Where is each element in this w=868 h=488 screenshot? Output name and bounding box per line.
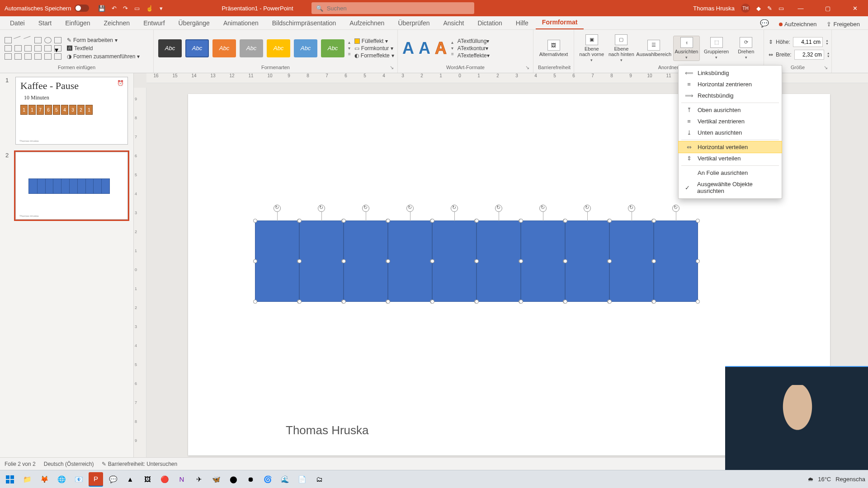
resize-handle[interactable] <box>430 300 434 304</box>
taskbar-app-icon[interactable]: 🖼 <box>140 472 155 487</box>
search-input[interactable] <box>327 5 470 12</box>
thumbnail-2[interactable]: 2 Thomas Hruska <box>5 152 128 220</box>
wordart-launcher-icon[interactable]: ↘ <box>525 65 529 70</box>
taskbar-app-icon[interactable]: 💬 <box>106 472 120 487</box>
search-box[interactable]: 🔍 <box>311 2 474 14</box>
rotate-button[interactable]: ⟳Drehen▾ <box>733 37 759 60</box>
align-selected-objects[interactable]: Ausgewählte Objekte ausrichten <box>679 178 782 197</box>
resize-handle[interactable] <box>696 300 700 304</box>
rotate-handle-icon[interactable] <box>274 205 281 212</box>
distribute-vertical[interactable]: ⇕Vertikal verteilen <box>679 153 782 164</box>
weather-temp[interactable]: 16°C <box>818 476 831 483</box>
undo-icon[interactable]: ↶ <box>112 5 117 12</box>
shape-styles-launcher-icon[interactable]: ↘ <box>390 65 394 70</box>
ribbon-options-icon[interactable]: ▭ <box>778 5 784 12</box>
taskbar-outlook-icon[interactable]: 📧 <box>71 472 86 487</box>
selection-pane-button[interactable]: ☰Auswahlbereich <box>638 40 670 57</box>
selected-rectangle[interactable] <box>654 221 698 302</box>
taskbar-app-icon[interactable]: ⏺ <box>243 472 258 487</box>
resize-handle[interactable] <box>297 259 302 263</box>
tab-formformat[interactable]: Formformat <box>536 16 584 29</box>
group-button[interactable]: ⬚Gruppieren▾ <box>703 37 730 60</box>
accessibility-status[interactable]: ✎ Barrierefreiheit: Untersuchen <box>102 461 177 467</box>
tab-start[interactable]: Start <box>32 17 58 29</box>
selected-rectangle[interactable] <box>344 221 388 302</box>
minimize-button[interactable]: — <box>790 0 811 16</box>
tab-uebergaenge[interactable]: Übergänge <box>172 17 216 29</box>
edit-shape-button[interactable]: ✎Form bearbeiten▾ <box>65 37 142 44</box>
selected-rectangle[interactable] <box>388 221 432 302</box>
resize-handle[interactable] <box>608 259 612 263</box>
resize-handle[interactable] <box>253 219 257 223</box>
selected-rectangle[interactable] <box>476 221 521 302</box>
resize-handle[interactable] <box>563 259 567 263</box>
share-button[interactable]: ⇪Freigeben <box>822 19 864 29</box>
wordart-preset-1[interactable]: A <box>402 39 414 58</box>
merge-shapes-button[interactable]: ◑Formen zusammenführen▾ <box>65 53 142 60</box>
resize-handle[interactable] <box>519 259 523 263</box>
taskbar-chrome-icon[interactable]: 🌐 <box>54 472 69 487</box>
rotate-handle-icon[interactable] <box>584 205 591 212</box>
selected-rectangle[interactable] <box>432 221 476 302</box>
rotate-handle-icon[interactable] <box>451 205 458 212</box>
rotate-handle-icon[interactable] <box>406 205 414 212</box>
rotate-handle-icon[interactable] <box>672 205 679 212</box>
style-preset-5[interactable]: Abc <box>267 39 290 57</box>
align-bottom[interactable]: ⤓Unten ausrichten <box>679 127 782 138</box>
drawing-icon[interactable]: ✎ <box>767 5 772 12</box>
weather-icon[interactable]: 🌧 <box>807 476 813 483</box>
taskbar-firefox-icon[interactable]: 🦊 <box>37 472 52 487</box>
touch-mode-icon[interactable]: ☝ <box>146 5 153 12</box>
resize-handle[interactable] <box>253 300 257 304</box>
resize-handle[interactable] <box>342 219 346 223</box>
selected-rectangle[interactable] <box>521 221 565 302</box>
resize-handle[interactable] <box>563 300 567 304</box>
resize-handle[interactable] <box>430 259 434 263</box>
align-top[interactable]: ⤒Oben ausrichten <box>679 104 782 116</box>
resize-handle[interactable] <box>342 300 346 304</box>
width-input[interactable] <box>794 50 824 60</box>
resize-handle[interactable] <box>430 219 434 223</box>
style-preset-7[interactable]: Abc <box>321 39 344 57</box>
send-backward-button[interactable]: ▢Ebene nach hinten▾ <box>609 34 635 62</box>
taskbar-powerpoint-icon[interactable]: P <box>89 472 103 487</box>
shapes-gallery[interactable]: ▾ <box>5 37 61 60</box>
resize-handle[interactable] <box>519 300 523 304</box>
gallery-up-icon[interactable]: ▴ <box>348 40 351 45</box>
comments-icon[interactable]: 💬 <box>755 17 774 29</box>
resize-handle[interactable] <box>386 300 390 304</box>
tab-datei[interactable]: Datei <box>4 17 31 29</box>
resize-handle[interactable] <box>475 219 479 223</box>
slide-counter[interactable]: Folie 2 von 2 <box>5 461 36 467</box>
taskbar-app-icon[interactable]: ▲ <box>123 472 137 487</box>
autosave-toggle[interactable]: Automatisches Speichern <box>0 5 94 12</box>
resize-handle[interactable] <box>652 259 656 263</box>
tab-ansicht[interactable]: Ansicht <box>437 17 470 29</box>
save-icon[interactable]: 💾 <box>98 5 105 12</box>
style-preset-4[interactable]: Abc <box>240 39 263 57</box>
tab-entwurf[interactable]: Entwurf <box>137 17 171 29</box>
align-hcenter[interactable]: ≡Horizontal zentrieren <box>679 79 782 90</box>
rotate-handle-icon[interactable] <box>628 205 635 212</box>
resize-handle[interactable] <box>652 219 656 223</box>
resize-handle[interactable] <box>342 259 346 263</box>
style-preset-3[interactable]: Abc <box>212 39 236 57</box>
redo-icon[interactable]: ↷ <box>123 5 128 12</box>
shape-effects-button[interactable]: ◐Formeffekte▾ <box>354 52 394 59</box>
taskbar-explorer-icon[interactable]: 📁 <box>20 472 34 487</box>
rotate-handle-icon[interactable] <box>362 205 369 212</box>
distribute-horizontal[interactable]: ⇔Horizontal verteilen <box>679 141 782 153</box>
bring-forward-button[interactable]: ▣Ebene nach vorne▾ <box>579 34 605 62</box>
resize-handle[interactable] <box>386 259 390 263</box>
taskbar-edge-icon[interactable]: 🌊 <box>278 472 292 487</box>
qat-more-icon[interactable]: ▾ <box>160 5 163 12</box>
tab-zeichnen[interactable]: Zeichnen <box>98 17 137 29</box>
resize-handle[interactable] <box>519 219 523 223</box>
align-right[interactable]: ⟹Rechtsbündig <box>679 90 782 101</box>
gallery-down-icon[interactable]: ▾ <box>348 46 351 51</box>
resize-handle[interactable] <box>608 300 612 304</box>
resize-handle[interactable] <box>696 219 700 223</box>
size-launcher-icon[interactable]: ↘ <box>824 65 828 70</box>
taskbar-app-icon[interactable]: ✈ <box>192 472 206 487</box>
taskbar-app-icon[interactable]: 🗂 <box>312 472 326 487</box>
